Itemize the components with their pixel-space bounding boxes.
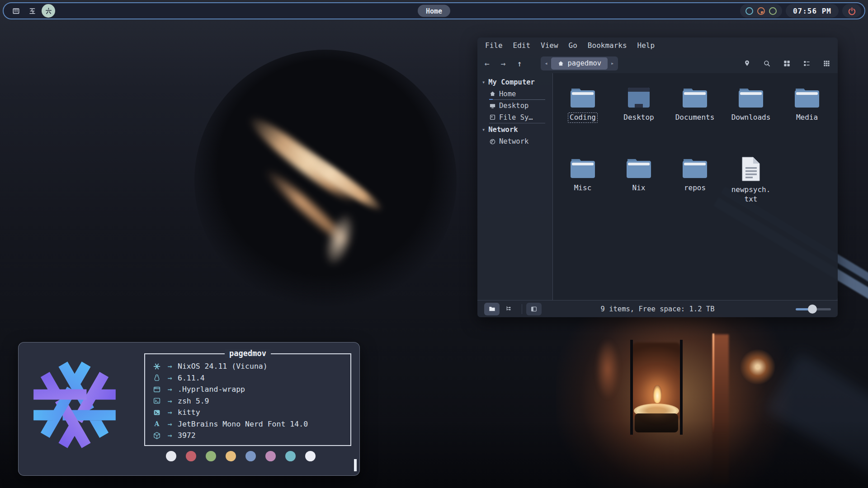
expander-icon[interactable]: ▾ <box>482 79 485 85</box>
file-item-misc[interactable]: Misc <box>556 156 609 207</box>
workspace-six-active[interactable] <box>42 4 55 18</box>
palette-dot <box>305 451 316 461</box>
fetch-value-packages: 3972 <box>178 431 196 440</box>
terminal-cursor <box>354 459 357 471</box>
workspace-five[interactable] <box>25 4 39 18</box>
search-button[interactable] <box>763 60 771 67</box>
tab-prev-button[interactable]: ◂ <box>542 60 551 66</box>
sidebar-item-home[interactable]: Home <box>489 88 545 100</box>
compact-view-icon <box>823 60 830 67</box>
system-tray <box>740 4 782 18</box>
folder-icon <box>681 156 709 180</box>
orange-ring-icon[interactable] <box>757 7 765 15</box>
forward-button[interactable]: → <box>501 59 506 68</box>
file-label: Nix <box>631 183 647 193</box>
menu-edit[interactable]: Edit <box>513 41 531 50</box>
file-item-nix[interactable]: Nix <box>612 156 665 207</box>
compact-view-button[interactable] <box>823 60 830 67</box>
palette-dot <box>226 451 236 461</box>
workspace-four[interactable] <box>9 4 23 18</box>
places-pane-button[interactable] <box>484 303 500 315</box>
current-path-tab[interactable]: pagedmov <box>551 57 608 70</box>
palette-dot <box>245 451 256 461</box>
zoom-slider-handle[interactable] <box>808 305 817 314</box>
fetch-arrow: → <box>162 408 178 417</box>
icon-view-icon <box>783 60 791 67</box>
font-icon: A <box>153 420 161 428</box>
sidebar-section-my-computer[interactable]: ▾ My Computer <box>482 76 552 88</box>
location-pin-button[interactable] <box>743 60 751 67</box>
tux-icon <box>153 374 161 382</box>
folder-icon <box>681 86 709 109</box>
power-button[interactable] <box>842 4 861 18</box>
list-view-button[interactable] <box>803 60 811 67</box>
nix-snowflake-icon <box>153 362 161 371</box>
power-icon <box>848 7 856 15</box>
folder-icon <box>569 86 597 109</box>
menu-view[interactable]: View <box>541 41 558 50</box>
icon-view-button[interactable] <box>783 60 791 67</box>
file-item-newpsych-txt[interactable]: newpsych.txt <box>724 156 778 207</box>
folder-icon <box>569 156 597 180</box>
kanji-six-icon <box>45 7 52 15</box>
fetch-value-font: JetBrains Mono Nerd Font 14.0 <box>178 420 308 428</box>
filesystem-icon <box>489 114 496 121</box>
menu-help[interactable]: Help <box>637 41 655 50</box>
toggle-sidebar-button[interactable] <box>526 303 542 315</box>
folder-icon <box>793 86 821 109</box>
expander-icon[interactable]: ▾ <box>482 127 485 133</box>
back-button[interactable]: ← <box>485 59 490 68</box>
sidebar-section-network[interactable]: ▾ Network <box>482 123 552 136</box>
wallpaper-small-light <box>740 349 776 385</box>
sidebar-item-label: Desktop <box>499 102 528 110</box>
clock-widget[interactable]: 07:56 PM <box>786 4 839 18</box>
wallpaper-lantern-frame <box>630 340 633 435</box>
file-label: Documents <box>674 113 717 123</box>
desktop-icon <box>489 103 496 109</box>
file-item-media[interactable]: Media <box>780 86 834 136</box>
icon-view[interactable]: Coding Desktop Documents <box>553 73 838 300</box>
zoom-slider[interactable] <box>796 305 831 314</box>
menu-bookmarks[interactable]: Bookmarks <box>588 41 627 50</box>
wallpaper-candle <box>634 404 679 418</box>
wallpaper-lantern <box>632 343 681 419</box>
teal-ring-icon[interactable] <box>745 7 753 15</box>
file-label: Coding <box>568 113 598 123</box>
file-item-documents[interactable]: Documents <box>668 86 722 136</box>
kanji-four-icon <box>12 7 20 15</box>
palette-dot <box>186 451 196 461</box>
sidebar-item-filesystem[interactable]: File Sy… <box>489 112 545 123</box>
tree-pane-button[interactable] <box>501 303 516 315</box>
green-ring-icon[interactable] <box>769 7 777 15</box>
file-item-desktop[interactable]: Desktop <box>612 86 665 136</box>
terminal-icon <box>153 408 161 417</box>
location-pin-icon <box>743 60 751 67</box>
file-item-coding[interactable]: Coding <box>556 86 609 136</box>
fetch-row-shell: → zsh 5.9 <box>151 395 344 407</box>
places-sidebar: ▾ My Computer Home Desktop File Sy… <box>477 73 552 300</box>
toolbar: ← → ↑ ◂ pagedmov ▸ <box>477 53 838 73</box>
file-manager-window: File Edit View Go Bookmarks Help ← → ↑ ◂… <box>477 38 838 317</box>
file-label: Desktop <box>622 113 656 123</box>
fastfetch-output: pagedmov → NixOS 24.11 (Vicuna) <box>144 349 351 446</box>
file-item-downloads[interactable]: Downloads <box>724 86 778 136</box>
wallpaper-candle-base <box>635 413 678 432</box>
fetch-value-wm: .Hyprland-wrapp <box>178 385 245 394</box>
sidebar-item-network[interactable]: Network <box>489 136 545 147</box>
sidebar-item-desktop[interactable]: Desktop <box>489 100 545 112</box>
terminal-window[interactable]: pagedmov → NixOS 24.11 (Vicuna) <box>18 342 360 476</box>
up-button[interactable]: ↑ <box>517 59 522 68</box>
fetch-row-packages: → 3972 <box>151 430 344 441</box>
tab-next-button[interactable]: ▸ <box>608 60 617 66</box>
sidebar-item-label: File Sy… <box>499 113 533 122</box>
fetch-arrow: → <box>162 374 178 382</box>
wallpaper-silhouette <box>194 50 457 312</box>
file-item-repos[interactable]: repos <box>668 156 722 207</box>
fetch-value-shell: zsh 5.9 <box>178 397 209 405</box>
menu-file[interactable]: File <box>485 41 503 50</box>
wallpaper-flame <box>653 385 662 403</box>
fetch-row-terminal: → kitty <box>151 407 344 418</box>
active-window-pill[interactable]: Home <box>418 5 450 17</box>
path-bar: ◂ pagedmov ▸ <box>541 56 618 70</box>
menu-go[interactable]: Go <box>569 41 577 50</box>
